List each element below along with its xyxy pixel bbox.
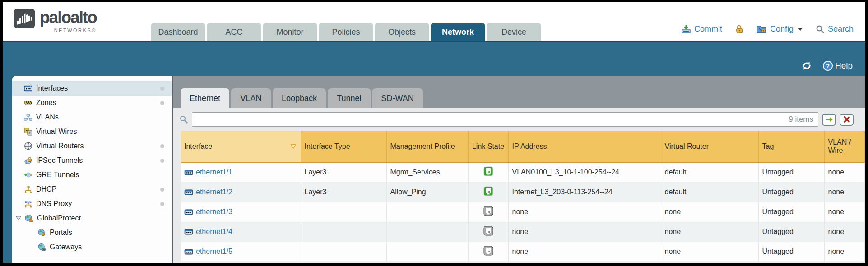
link-state-cell [468, 202, 508, 222]
expander-triangle-icon[interactable] [16, 216, 21, 220]
items-count: 9 items [789, 115, 818, 124]
main-nav: Dashboard ACC Monitor Policies Objects N… [151, 2, 541, 41]
interface-type-cell [301, 202, 386, 222]
sidebar-item-gre-tunnels[interactable]: GRE Tunnels [12, 168, 172, 182]
column-header-interface[interactable]: Interface [181, 131, 301, 162]
vlan-wire-cell: none [824, 242, 864, 261]
tab-device[interactable]: Device [487, 23, 541, 41]
help-button[interactable]: ? Help [822, 60, 853, 71]
sidebar-item-portals[interactable]: Portals [12, 225, 172, 240]
tab-dashboard[interactable]: Dashboard [151, 23, 205, 41]
chevron-down-icon [798, 28, 803, 31]
virtual-router-cell: none [661, 242, 758, 261]
column-header-link-state[interactable]: Link State [468, 131, 508, 162]
sidebar-item-virtual-routers[interactable]: Virtual Routers [12, 139, 172, 153]
table-row: ethernet1/2 Layer3 Allow_Ping Internet_L… [181, 182, 864, 202]
interfaces-icon [24, 84, 32, 92]
tab-sdwan[interactable]: SD-WAN [372, 88, 423, 108]
sidebar-item-gateways[interactable]: Gateways [12, 240, 172, 254]
virtual-router-cell: default [661, 162, 758, 182]
brand-subtitle: NETWORKS® [54, 28, 97, 33]
ip-address-cell: Internet_L3_203-0-113-254--24 [508, 182, 661, 202]
virtual-wires-icon [24, 128, 32, 136]
app-window: paloalto NETWORKS® Dashboard ACC Monitor… [3, 2, 865, 263]
column-header-virtual-router[interactable]: Virtual Router [661, 131, 758, 162]
tag-cell: Untagged [758, 242, 824, 261]
sidebar-item-label: GlobalProtect [37, 214, 81, 222]
red-x-icon [844, 116, 850, 123]
interface-port-icon [184, 209, 193, 215]
filter-input[interactable] [192, 113, 789, 126]
tag-cell: Untagged [758, 222, 824, 242]
sidebar-item-label: Gateways [50, 243, 82, 251]
vlan-wire-cell: none [824, 222, 864, 242]
interface-link[interactable]: ethernet1/1 [196, 168, 232, 176]
globalprotect-icon [25, 214, 33, 222]
virtual-router-cell: none [661, 222, 758, 242]
interface-link[interactable]: ethernet1/5 [196, 248, 232, 256]
interface-link[interactable]: ethernet1/3 [196, 208, 232, 216]
tab-vlan[interactable]: VLAN [231, 88, 271, 108]
tab-acc[interactable]: ACC [207, 23, 261, 41]
help-label: Help [835, 61, 853, 71]
paloalto-logo: paloalto NETWORKS® [14, 9, 140, 41]
tab-network[interactable]: Network [431, 23, 485, 41]
column-header-ip-address[interactable]: IP Address [508, 131, 661, 162]
apply-filter-button[interactable] [822, 114, 836, 126]
mgmt-profile-cell [386, 202, 468, 222]
link-state-icon [483, 226, 493, 236]
interface-type-cell: Layer3 [301, 162, 386, 182]
clear-filter-button[interactable] [840, 114, 854, 126]
svg-text:?: ? [826, 63, 830, 69]
sidebar-item-dns-proxy[interactable]: DNS DNS Proxy [12, 197, 172, 211]
sidebar-item-dhcp[interactable]: IP DHCP [12, 182, 172, 197]
virtual-router-cell: default [661, 182, 758, 202]
mgmt-profile-cell [386, 242, 468, 261]
interface-link[interactable]: ethernet1/4 [196, 228, 232, 236]
sidebar-item-ipsec-tunnels[interactable]: IPSec Tunnels [12, 153, 172, 168]
brand-name: paloalto [40, 9, 97, 27]
link-state-icon [483, 186, 493, 196]
tab-loopback[interactable]: Loopback [273, 88, 326, 108]
column-header-mgmt-profile[interactable]: Management Profile [386, 131, 468, 162]
lock-icon[interactable] [734, 24, 744, 34]
ip-address-cell: none [508, 242, 661, 261]
ip-address-cell: none [508, 222, 661, 242]
sidebar-item-interfaces[interactable]: Interfaces [12, 81, 172, 96]
global-search[interactable]: Search [816, 24, 854, 34]
config-icon [756, 24, 767, 34]
interface-type-cell: Layer3 [301, 182, 386, 202]
tab-objects[interactable]: Objects [375, 23, 429, 41]
tab-ethernet[interactable]: Ethernet [181, 88, 229, 108]
vlan-wire-cell: none [824, 182, 864, 202]
sidebar-item-virtual-wires[interactable]: Virtual Wires [12, 124, 172, 139]
interface-port-icon [184, 189, 193, 195]
vlan-wire-cell: none [824, 162, 864, 182]
link-state-icon [483, 166, 493, 176]
column-header-vlan-wire[interactable]: VLAN / Wire [824, 131, 864, 162]
sidebar-item-vlans[interactable]: VLANs [12, 110, 172, 124]
config-menu[interactable]: Config [756, 24, 803, 34]
column-header-tag[interactable]: Tag [758, 131, 824, 162]
interface-type-cell [301, 242, 386, 261]
refresh-icon[interactable] [801, 61, 812, 71]
ip-address-cell: none [508, 202, 661, 222]
vlan-wire-cell: none [824, 202, 864, 222]
tab-tunnel[interactable]: Tunnel [328, 88, 370, 108]
tab-monitor[interactable]: Monitor [263, 23, 317, 41]
column-header-interface-type[interactable]: Interface Type [301, 131, 386, 162]
sidebar-item-label: Virtual Routers [36, 142, 84, 150]
sidebar-item-label: IPSec Tunnels [36, 156, 83, 165]
tab-policies[interactable]: Policies [319, 23, 373, 41]
sidebar-item-label: VLANs [36, 113, 59, 121]
vlans-icon [24, 113, 32, 121]
commit-button[interactable]: Commit [681, 24, 722, 34]
mgmt-profile-cell [386, 222, 468, 242]
filter-row: 9 items [173, 108, 865, 131]
sort-dropdown-icon[interactable] [290, 144, 297, 149]
interface-link[interactable]: ethernet1/2 [196, 188, 232, 196]
gre-tunnels-icon [24, 171, 32, 179]
ip-address-cell: VLAN0100_L3_10-1-100-254--24 [508, 162, 661, 182]
sidebar-item-zones[interactable]: Zones [12, 96, 172, 110]
sidebar-item-globalprotect[interactable]: GlobalProtect [12, 211, 172, 225]
